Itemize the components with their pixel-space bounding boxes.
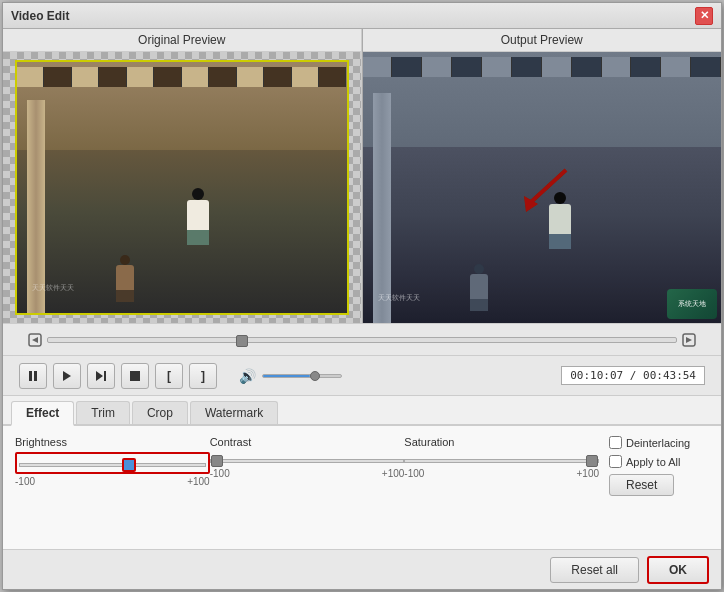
tab-watermark[interactable]: Watermark (190, 401, 278, 424)
watermark-original: 天天软件天天 (32, 283, 74, 293)
deinterlacing-label: Deinterlacing (626, 437, 690, 449)
saturation-slider-container (404, 452, 599, 466)
figure-main-original (187, 188, 209, 243)
time-display: 00:10:07 / 00:43:54 (561, 366, 705, 385)
stop-button[interactable] (121, 363, 149, 389)
saturation-label: Saturation (404, 436, 454, 448)
column-original (27, 100, 45, 313)
piano-area (17, 67, 347, 87)
video-edit-dialog: Video Edit ✕ Original Preview (2, 2, 722, 590)
controls-bar: [ ] 🔊 00:10:07 / 00:43:54 (3, 356, 721, 396)
contrast-label: Contrast (210, 436, 252, 448)
saturation-max: +100 (576, 468, 599, 479)
brightness-label: Brightness (15, 436, 67, 448)
deinterlacing-row: Deinterlacing (609, 436, 690, 449)
original-preview-content: 天天软件天天 (3, 52, 362, 323)
timeline-thumb[interactable] (236, 335, 248, 347)
right-options: Deinterlacing Apply to All Reset (599, 436, 709, 496)
output-scene: 天天软件天天 系统天地 (363, 52, 722, 323)
volume-track[interactable] (262, 374, 342, 378)
brightness-group: Brightness -100 +100 (15, 436, 210, 487)
close-button[interactable]: ✕ (695, 7, 713, 25)
figure-secondary-output (470, 264, 488, 309)
brightness-range: -100 +100 (15, 476, 210, 487)
watermark-logo: 系统天地 (667, 289, 717, 319)
contrast-min: -100 (210, 468, 230, 479)
svg-rect-9 (130, 371, 140, 381)
time-separator: / (623, 369, 643, 382)
timeline-track[interactable] (47, 337, 677, 343)
column-output (373, 93, 391, 323)
watermark-output: 天天软件天天 (378, 293, 420, 303)
time-current: 00:10:07 (570, 369, 623, 382)
contrast-max: +100 (382, 468, 405, 479)
effect-panel: Brightness -100 +100 Contrast -100 +100 (3, 426, 721, 549)
svg-line-0 (531, 170, 566, 202)
contrast-range: -100 +100 (210, 468, 405, 479)
timeline-left-icon[interactable] (27, 332, 43, 348)
mark-out-button[interactable]: ] (189, 363, 217, 389)
reset-all-button[interactable]: Reset all (550, 557, 639, 583)
deinterlacing-checkbox[interactable] (609, 436, 622, 449)
timeline-area (3, 324, 721, 356)
timeline-right-icon[interactable] (681, 332, 697, 348)
pause-button[interactable] (19, 363, 47, 389)
window-title: Video Edit (11, 9, 69, 23)
volume-fill (263, 375, 310, 377)
volume-icon: 🔊 (239, 368, 256, 384)
output-video-frame: 天天软件天天 系统天地 (363, 52, 722, 323)
mark-in-button[interactable]: [ (155, 363, 183, 389)
brightness-slider-container (15, 452, 210, 474)
output-preview-label: Output Preview (363, 29, 722, 52)
svg-rect-5 (34, 371, 37, 381)
time-total: 00:43:54 (643, 369, 696, 382)
brightness-max: +100 (187, 476, 210, 487)
output-preview-content: 天天软件天天 系统天地 (363, 52, 722, 323)
svg-marker-7 (96, 371, 103, 381)
play-button[interactable] (53, 363, 81, 389)
ok-button[interactable]: OK (647, 556, 709, 584)
tab-trim[interactable]: Trim (76, 401, 130, 424)
figure-secondary-original (116, 255, 134, 300)
sliders-row: Brightness -100 +100 Contrast -100 +100 (15, 436, 709, 539)
output-preview-panel: Output Preview (363, 29, 722, 323)
volume-control: 🔊 (239, 368, 342, 384)
svg-rect-4 (29, 371, 32, 381)
original-preview-label: Original Preview (3, 29, 362, 52)
tab-crop[interactable]: Crop (132, 401, 188, 424)
svg-rect-8 (104, 371, 106, 381)
saturation-slider[interactable] (404, 459, 599, 463)
contrast-slider-container (210, 452, 405, 466)
reset-button[interactable]: Reset (609, 474, 674, 496)
volume-thumb[interactable] (310, 371, 320, 381)
arch-top-original (17, 62, 347, 150)
saturation-group: Saturation -100 +100 (404, 436, 599, 479)
bottom-bar: Reset all OK (3, 549, 721, 589)
next-frame-button[interactable] (87, 363, 115, 389)
contrast-group: Contrast -100 +100 (210, 436, 405, 479)
saturation-range: -100 +100 (404, 468, 599, 479)
preview-area: Original Preview (3, 29, 721, 324)
original-scene: 天天软件天天 (17, 62, 347, 313)
brightness-slider[interactable] (19, 463, 206, 467)
title-bar: Video Edit ✕ (3, 3, 721, 29)
apply-to-all-row: Apply to All (609, 455, 680, 468)
red-arrow (506, 160, 576, 220)
svg-marker-6 (63, 371, 71, 381)
original-video-frame: 天天软件天天 (15, 60, 349, 315)
contrast-slider[interactable] (210, 459, 405, 463)
apply-to-all-label: Apply to All (626, 456, 680, 468)
brightness-min: -100 (15, 476, 35, 487)
tab-effect[interactable]: Effect (11, 401, 74, 426)
piano-area-output (363, 57, 722, 77)
tabs-row: Effect Trim Crop Watermark (3, 396, 721, 426)
arch-top-output (363, 52, 722, 147)
original-preview-panel: Original Preview (3, 29, 362, 323)
saturation-min: -100 (404, 468, 424, 479)
apply-to-all-checkbox[interactable] (609, 455, 622, 468)
